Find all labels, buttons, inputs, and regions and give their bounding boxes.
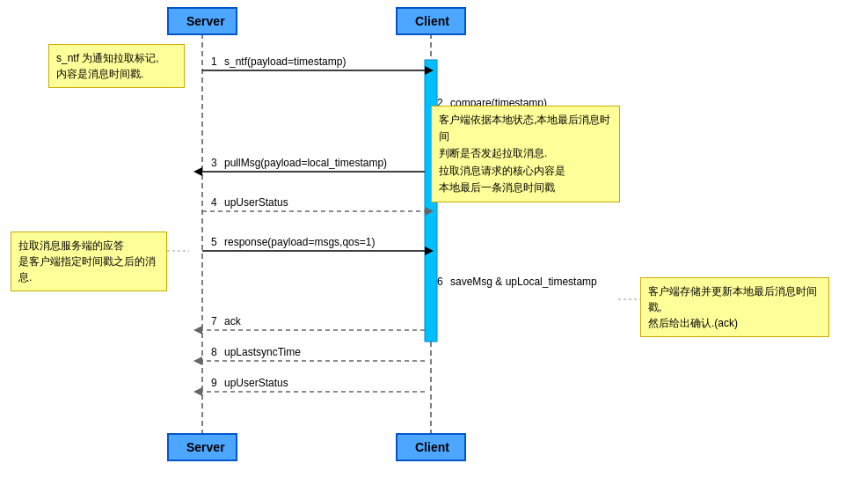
svg-marker-4: [425, 66, 434, 75]
svg-marker-6: [193, 167, 202, 176]
server-top-actor: Server: [167, 7, 237, 35]
msg6-text: saveMsg & upLocal_timestamp: [450, 276, 597, 288]
msg6-label: 6: [437, 276, 443, 288]
msg8-label: 8: [211, 346, 217, 358]
msg5-label: 5: [211, 236, 217, 248]
msg4-text: upUserStatus: [224, 196, 288, 209]
client-top-actor: Client: [396, 7, 466, 35]
msg9-label: 9: [211, 377, 217, 389]
msg3-text: pullMsg(payload=local_timestamp): [224, 157, 387, 169]
note3-text: 拉取消息服务端的应答是客户端指定时间戳之后的消息.: [18, 239, 156, 283]
svg-marker-16: [193, 387, 202, 396]
note4-text: 客户端存储并更新本地最后消息时间戳,然后给出确认.(ack): [648, 285, 817, 329]
client-bottom-actor: Client: [396, 433, 466, 461]
svg-marker-8: [425, 207, 434, 216]
diagram-container: Server Client Server Client 1 s_ntf(payl…: [0, 0, 868, 478]
msg9-text: upUserStatus: [224, 377, 288, 389]
msg3-label: 3: [211, 157, 217, 169]
msg1-label: 1: [211, 55, 217, 68]
svg-marker-14: [193, 357, 202, 365]
msg5-text: response(payload=msgs,qos=1): [224, 236, 375, 248]
msg1-text: s_ntf(payload=timestamp): [224, 55, 346, 68]
note2-text: 客户端依据本地状态,本地最后消息时间判断是否发起拉取消息.拉取消息请求的核心内容…: [439, 114, 610, 194]
msg7-label: 7: [211, 315, 217, 327]
msg7-text: ack: [224, 315, 241, 327]
svg-marker-12: [193, 326, 202, 335]
svg-marker-10: [425, 246, 434, 255]
msg4-label: 4: [211, 196, 217, 209]
note2-box: 客户端依据本地状态,本地最后消息时间判断是否发起拉取消息.拉取消息请求的核心内容…: [431, 106, 620, 202]
note1-text: s_ntf 为通知拉取标记,内容是消息时间戳.: [56, 52, 159, 80]
note1-box: s_ntf 为通知拉取标记,内容是消息时间戳.: [48, 44, 185, 88]
server-bottom-actor: Server: [167, 433, 237, 461]
note4-box: 客户端存储并更新本地最后消息时间戳,然后给出确认.(ack): [640, 277, 829, 337]
msg8-text: upLastsyncTime: [224, 346, 301, 358]
note3-box: 拉取消息服务端的应答是客户端指定时间戳之后的消息.: [11, 232, 167, 291]
